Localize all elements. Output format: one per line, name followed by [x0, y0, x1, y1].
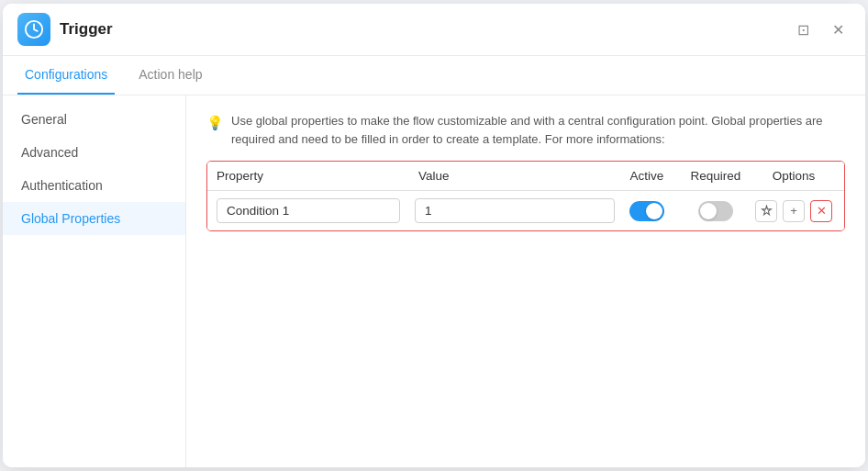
- header-options: Options: [752, 169, 835, 183]
- titlebar-left: Trigger: [17, 13, 113, 46]
- required-toggle-area: [679, 201, 752, 221]
- info-icon: 💡: [206, 113, 224, 134]
- sidebar-item-global-properties[interactable]: Global Properties: [3, 202, 185, 235]
- app-title: Trigger: [60, 20, 113, 39]
- value-input[interactable]: [415, 198, 615, 223]
- main-panel: 💡 Use global properties to make the flow…: [186, 95, 865, 467]
- header-value: Value: [418, 169, 615, 183]
- options-area: + ✕: [752, 200, 835, 222]
- info-text: Use global properties to make the flow c…: [231, 112, 845, 148]
- delete-option-button[interactable]: ✕: [810, 200, 832, 222]
- titlebar-controls: ⊡ ✕: [790, 17, 851, 42]
- sidebar: General Advanced Authentication Global P…: [3, 95, 186, 467]
- app-window: Trigger ⊡ ✕ Configurations Action help G…: [3, 4, 865, 467]
- tab-action-help[interactable]: Action help: [131, 56, 209, 95]
- close-button[interactable]: ✕: [825, 17, 851, 42]
- pin-option-button[interactable]: [755, 200, 777, 222]
- properties-table: Property Value Active Required Options: [206, 161, 845, 231]
- header-required: Required: [679, 169, 752, 183]
- main-content: 💡 Use global properties to make the flow…: [186, 95, 865, 467]
- content-area: General Advanced Authentication Global P…: [3, 95, 865, 467]
- info-banner: 💡 Use global properties to make the flow…: [206, 112, 845, 148]
- sidebar-item-authentication[interactable]: Authentication: [3, 169, 185, 202]
- table-row: + ✕: [207, 191, 844, 230]
- tabs-bar: Configurations Action help: [3, 56, 865, 95]
- add-option-button[interactable]: +: [783, 200, 805, 222]
- sidebar-item-advanced[interactable]: Advanced: [3, 136, 185, 169]
- required-toggle[interactable]: [698, 201, 733, 221]
- maximize-button[interactable]: ⊡: [790, 17, 816, 42]
- titlebar: Trigger ⊡ ✕: [3, 4, 865, 56]
- app-icon: [17, 13, 50, 46]
- active-toggle-area: [615, 201, 679, 221]
- tab-configurations[interactable]: Configurations: [17, 56, 115, 95]
- active-toggle[interactable]: [629, 201, 664, 221]
- property-input[interactable]: [217, 198, 400, 223]
- sidebar-item-general[interactable]: General: [3, 103, 185, 136]
- header-property: Property: [217, 169, 418, 183]
- table-header: Property Value Active Required Options: [207, 162, 844, 191]
- header-active: Active: [615, 169, 679, 183]
